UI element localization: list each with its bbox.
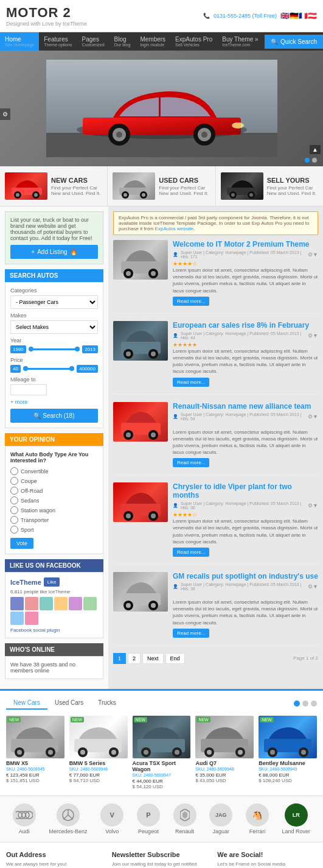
- article-2-read-more[interactable]: Read more...: [173, 378, 209, 387]
- hero-dot-2[interactable]: [312, 158, 317, 163]
- brand-jaguar[interactable]: JAG Jaguar: [209, 803, 232, 834]
- svg-point-68: [207, 750, 212, 755]
- article-5-settings[interactable]: ⚙▼: [308, 584, 318, 590]
- brand-audi[interactable]: Audi: [13, 803, 36, 834]
- footer-address: Out Address We are always here for you! …: [6, 851, 106, 868]
- price-label: Price: [10, 357, 98, 363]
- sidebar: List your car, truck or boat to our bran…: [0, 206, 108, 689]
- nav-members[interactable]: Members login module: [135, 32, 170, 51]
- hero-dot-1[interactable]: [305, 158, 310, 163]
- page-end-button[interactable]: End: [165, 653, 185, 664]
- page-info: Page 1 of 2: [293, 655, 318, 661]
- article-1-settings[interactable]: ⚙▼: [308, 252, 318, 258]
- radio-station[interactable]: [10, 506, 18, 514]
- tab-trucks[interactable]: Trucks: [91, 697, 123, 710]
- used-cars-text: USED CARS Find your Perfect CarNew and U…: [159, 177, 208, 196]
- categories-select[interactable]: - Passenger Cars: [10, 295, 98, 309]
- expautos-link[interactable]: ExpAutos website: [155, 226, 194, 231]
- search-button[interactable]: 🔍 Quick Search: [265, 35, 323, 49]
- article-3-settings[interactable]: ⚙▼: [308, 414, 318, 420]
- page-next-button[interactable]: Next: [142, 653, 164, 664]
- category-banners: NEW CARS Find your Perfect CarNew and Us…: [0, 166, 323, 206]
- tab-used-cars[interactable]: Used Cars: [47, 697, 91, 710]
- svg-point-35: [151, 351, 156, 356]
- brand-peugeot[interactable]: P Peugeot: [137, 803, 160, 834]
- nav-home[interactable]: Home Site Homepage: [0, 32, 39, 51]
- radio-coupe[interactable]: [10, 477, 18, 485]
- settings-icon[interactable]: ⚙: [0, 108, 10, 120]
- svg-point-28: [126, 271, 131, 276]
- page-1-button[interactable]: 1: [113, 653, 126, 664]
- article-5-read-more[interactable]: Read more...: [173, 629, 209, 638]
- article-4-title[interactable]: Chrysler to idle Viper plant for two mon…: [173, 482, 318, 499]
- cat-banner-used-cars[interactable]: USED CARS Find your Perfect CarNew and U…: [108, 166, 215, 206]
- radio-offroad[interactable]: [10, 487, 18, 495]
- nav-blog[interactable]: Blog Our blog: [109, 32, 136, 51]
- year-min: 1980: [10, 345, 26, 353]
- svg-point-10: [232, 122, 244, 129]
- article-2-stars: ★★★★★: [173, 342, 318, 348]
- mileage-input[interactable]: [10, 384, 47, 395]
- hero-banner: ⚙: [0, 51, 323, 166]
- hero-car-image: [46, 60, 277, 157]
- svg-line-82: [63, 815, 68, 819]
- nav-buytheme[interactable]: Buy Theme » IceTheme.com: [217, 32, 263, 51]
- year-range: 1980 2013: [10, 345, 98, 353]
- opinion-question: What Auto Body Type Are You Interested i…: [10, 451, 98, 464]
- radio-convertible[interactable]: [10, 467, 18, 475]
- social-sub: Let's be Friend on Social media: [217, 861, 317, 867]
- fb-avatar-7: [10, 612, 24, 625]
- fb-plugin-link[interactable]: Facebook social plugin: [10, 627, 98, 633]
- cars-dot-3[interactable]: [311, 700, 317, 707]
- cat-banner-sell[interactable]: SELL YOURS Find your Perfect CarNew and …: [216, 166, 323, 206]
- nav-expautos[interactable]: ExpAutos Pro Sell Vehicles: [170, 32, 217, 51]
- page-2-button[interactable]: 2: [128, 653, 141, 664]
- article-2-title[interactable]: European car sales rise 8% in February: [173, 321, 318, 330]
- article-1-title[interactable]: Welcome to IT Motor 2 Premium Theme: [173, 240, 318, 249]
- cars-dot-2[interactable]: [302, 700, 308, 707]
- search-submit-button[interactable]: 🔍 Search (18): [10, 409, 98, 423]
- ferrari-logo: 🐴: [246, 803, 269, 827]
- ad-listing-text: List your car, truck or boat to our bran…: [10, 217, 98, 241]
- article-1-read-more[interactable]: Read more...: [173, 297, 209, 306]
- svg-point-20: [142, 193, 145, 197]
- fb-avatar-2: [25, 597, 38, 610]
- bmw-x5-price-usd: $ 151,851 USD: [6, 778, 64, 783]
- add-listing-button[interactable]: + Add Listing 🔥: [10, 245, 98, 259]
- brand-landrover[interactable]: LR Land Rover: [282, 803, 311, 834]
- article-2-image: [113, 321, 168, 361]
- brand-renault[interactable]: Renault: [173, 803, 196, 834]
- article-4: Chrysler to idle Viper plant for two mon…: [113, 482, 318, 565]
- nav-pages[interactable]: Pages Customized: [77, 32, 109, 51]
- vote-button[interactable]: Vote: [10, 538, 33, 549]
- radio-sport[interactable]: [10, 526, 18, 534]
- brand-ferrari[interactable]: 🐴 Ferrari: [246, 803, 269, 834]
- nav-features[interactable]: Features Theme options: [39, 32, 77, 51]
- article-4-settings[interactable]: ⚙▼: [308, 503, 318, 509]
- search-icon: 🔍: [271, 38, 278, 45]
- article-2-settings[interactable]: ⚙▼: [308, 333, 318, 339]
- svg-rect-3: [83, 118, 241, 135]
- car-bentley: NEW Bentley Mulsanne SKU: 2480-5609949 €…: [259, 716, 317, 789]
- brand-mercedes[interactable]: Mercedes-Benz: [49, 803, 88, 834]
- svg-point-9: [201, 132, 207, 138]
- audi-name: Audi Q7: [195, 760, 254, 766]
- more-link[interactable]: + more: [10, 399, 27, 405]
- tab-new-cars[interactable]: New Cars: [6, 697, 47, 710]
- article-4-read-more[interactable]: Read more...: [173, 548, 209, 557]
- fb-logo: IceTheme: [10, 579, 41, 586]
- cars-dot-1[interactable]: [294, 700, 300, 707]
- makes-select[interactable]: Select Makes: [10, 320, 98, 334]
- article-3-read-more[interactable]: Read more...: [173, 458, 209, 467]
- radio-sedans[interactable]: [10, 496, 18, 504]
- cat-banner-new-cars[interactable]: NEW CARS Find your Perfect CarNew and Us…: [0, 166, 108, 206]
- brand-volvo[interactable]: V Volvo: [100, 803, 123, 834]
- article-5-title[interactable]: GM recalls put spotlight on industry's u…: [173, 572, 318, 580]
- radio-transporter[interactable]: [10, 516, 18, 524]
- acura-price-eur: € 44,000 EUR: [133, 778, 191, 784]
- hero-up-arrow[interactable]: ▲: [310, 145, 321, 154]
- article-3-title[interactable]: Renault-Nissan name new alliance team: [173, 402, 318, 411]
- opinion-transporter: Transporter: [10, 516, 98, 524]
- articles-content: ExpAutos Pro is a commercial / paid 3rd …: [108, 206, 323, 689]
- fb-like-button[interactable]: Like: [44, 577, 60, 587]
